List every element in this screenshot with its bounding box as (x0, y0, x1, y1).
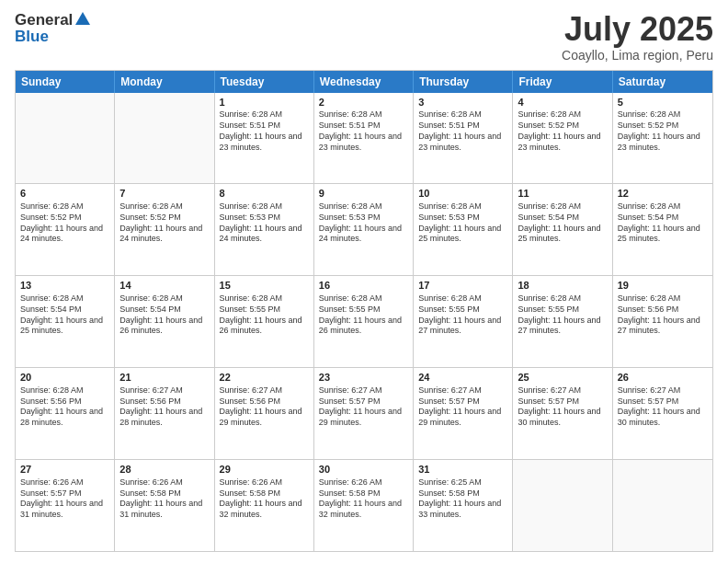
svg-marker-0 (75, 12, 90, 25)
day-number: 2 (319, 96, 408, 109)
calendar-subtitle: Coayllo, Lima region, Peru (562, 48, 713, 63)
cell-sun-info: Sunrise: 6:28 AM Sunset: 5:55 PM Dayligh… (418, 293, 507, 337)
calendar-cell-r1-c2: 8Sunrise: 6:28 AM Sunset: 5:53 PM Daylig… (215, 184, 314, 275)
day-number: 19 (618, 279, 708, 293)
cell-sun-info: Sunrise: 6:26 AM Sunset: 5:58 PM Dayligh… (319, 477, 408, 521)
calendar-title: July 2025 (562, 11, 713, 48)
day-number: 3 (418, 96, 507, 109)
calendar-cell-r4-c6 (613, 460, 712, 551)
cell-sun-info: Sunrise: 6:28 AM Sunset: 5:54 PM Dayligh… (618, 201, 708, 245)
calendar-cell-r2-c1: 14Sunrise: 6:28 AM Sunset: 5:54 PM Dayli… (115, 276, 214, 367)
cell-sun-info: Sunrise: 6:28 AM Sunset: 5:51 PM Dayligh… (220, 109, 309, 153)
calendar-cell-r1-c1: 7Sunrise: 6:28 AM Sunset: 5:52 PM Daylig… (115, 184, 214, 275)
calendar-cell-r0-c0 (16, 93, 115, 184)
day-number: 14 (119, 279, 209, 293)
day-header-friday: Friday (513, 71, 612, 93)
calendar-row-4: 27Sunrise: 6:26 AM Sunset: 5:57 PM Dayli… (16, 460, 712, 551)
cell-sun-info: Sunrise: 6:27 AM Sunset: 5:56 PM Dayligh… (119, 385, 209, 429)
calendar-cell-r4-c0: 27Sunrise: 6:26 AM Sunset: 5:57 PM Dayli… (16, 460, 115, 551)
calendar-cell-r3-c0: 20Sunrise: 6:28 AM Sunset: 5:56 PM Dayli… (16, 368, 115, 459)
calendar-cell-r1-c5: 11Sunrise: 6:28 AM Sunset: 5:54 PM Dayli… (513, 184, 612, 275)
day-number: 27 (20, 463, 109, 477)
calendar-cell-r3-c6: 26Sunrise: 6:27 AM Sunset: 5:57 PM Dayli… (613, 368, 712, 459)
day-number: 6 (20, 187, 109, 201)
day-number: 10 (418, 187, 507, 201)
calendar-cell-r3-c3: 23Sunrise: 6:27 AM Sunset: 5:57 PM Dayli… (314, 368, 414, 459)
day-number: 21 (119, 371, 209, 385)
calendar-cell-r1-c6: 12Sunrise: 6:28 AM Sunset: 5:54 PM Dayli… (613, 184, 712, 275)
cell-sun-info: Sunrise: 6:26 AM Sunset: 5:57 PM Dayligh… (20, 477, 109, 521)
calendar-row-1: 6Sunrise: 6:28 AM Sunset: 5:52 PM Daylig… (16, 184, 712, 276)
calendar-body: 1Sunrise: 6:28 AM Sunset: 5:51 PM Daylig… (16, 93, 712, 551)
cell-sun-info: Sunrise: 6:28 AM Sunset: 5:54 PM Dayligh… (20, 293, 109, 337)
day-number: 20 (20, 371, 109, 385)
cell-sun-info: Sunrise: 6:27 AM Sunset: 5:57 PM Dayligh… (418, 385, 507, 429)
calendar-cell-r3-c2: 22Sunrise: 6:27 AM Sunset: 5:56 PM Dayli… (215, 368, 314, 459)
cell-sun-info: Sunrise: 6:27 AM Sunset: 5:57 PM Dayligh… (319, 385, 408, 429)
calendar-cell-r0-c5: 4Sunrise: 6:28 AM Sunset: 5:52 PM Daylig… (513, 93, 612, 184)
cell-sun-info: Sunrise: 6:28 AM Sunset: 5:55 PM Dayligh… (518, 293, 607, 337)
day-header-sunday: Sunday (16, 71, 115, 93)
cell-sun-info: Sunrise: 6:28 AM Sunset: 5:55 PM Dayligh… (319, 293, 408, 337)
day-number: 30 (319, 463, 408, 477)
day-number: 16 (319, 279, 408, 293)
day-number: 25 (518, 371, 607, 385)
day-header-wednesday: Wednesday (314, 71, 414, 93)
header: General Blue July 2025 Coayllo, Lima reg… (15, 11, 713, 63)
calendar-row-2: 13Sunrise: 6:28 AM Sunset: 5:54 PM Dayli… (16, 276, 712, 368)
day-number: 5 (618, 96, 708, 109)
calendar-row-0: 1Sunrise: 6:28 AM Sunset: 5:51 PM Daylig… (16, 93, 712, 185)
day-number: 28 (119, 463, 209, 477)
calendar-cell-r3-c1: 21Sunrise: 6:27 AM Sunset: 5:56 PM Dayli… (115, 368, 214, 459)
calendar-cell-r1-c3: 9Sunrise: 6:28 AM Sunset: 5:53 PM Daylig… (314, 184, 414, 275)
day-number: 31 (418, 463, 507, 477)
cell-sun-info: Sunrise: 6:28 AM Sunset: 5:55 PM Dayligh… (220, 293, 309, 337)
calendar: Sunday Monday Tuesday Wednesday Thursday… (15, 70, 713, 552)
calendar-cell-r2-c5: 18Sunrise: 6:28 AM Sunset: 5:55 PM Dayli… (513, 276, 612, 367)
cell-sun-info: Sunrise: 6:28 AM Sunset: 5:54 PM Dayligh… (119, 293, 209, 337)
cell-sun-info: Sunrise: 6:28 AM Sunset: 5:52 PM Dayligh… (119, 201, 209, 245)
day-number: 24 (418, 371, 507, 385)
calendar-cell-r0-c4: 3Sunrise: 6:28 AM Sunset: 5:51 PM Daylig… (414, 93, 513, 184)
calendar-cell-r4-c5 (513, 460, 612, 551)
day-number: 7 (119, 187, 209, 201)
calendar-cell-r0-c6: 5Sunrise: 6:28 AM Sunset: 5:52 PM Daylig… (613, 93, 712, 184)
day-number: 8 (220, 187, 309, 201)
cell-sun-info: Sunrise: 6:28 AM Sunset: 5:52 PM Dayligh… (20, 201, 109, 245)
day-number: 26 (618, 371, 708, 385)
day-number: 12 (618, 187, 708, 201)
logo-general-text: General (15, 11, 73, 29)
logo: General Blue (15, 11, 91, 46)
calendar-cell-r0-c2: 1Sunrise: 6:28 AM Sunset: 5:51 PM Daylig… (215, 93, 314, 184)
cell-sun-info: Sunrise: 6:28 AM Sunset: 5:52 PM Dayligh… (618, 109, 708, 153)
day-header-thursday: Thursday (414, 71, 513, 93)
day-number: 23 (319, 371, 408, 385)
calendar-cell-r2-c6: 19Sunrise: 6:28 AM Sunset: 5:56 PM Dayli… (613, 276, 712, 367)
cell-sun-info: Sunrise: 6:26 AM Sunset: 5:58 PM Dayligh… (119, 477, 209, 521)
calendar-cell-r0-c1 (115, 93, 214, 184)
day-number: 22 (220, 371, 309, 385)
calendar-cell-r2-c2: 15Sunrise: 6:28 AM Sunset: 5:55 PM Dayli… (215, 276, 314, 367)
calendar-cell-r0-c3: 2Sunrise: 6:28 AM Sunset: 5:51 PM Daylig… (314, 93, 414, 184)
cell-sun-info: Sunrise: 6:28 AM Sunset: 5:51 PM Dayligh… (319, 109, 408, 153)
day-header-monday: Monday (115, 71, 214, 93)
calendar-cell-r1-c0: 6Sunrise: 6:28 AM Sunset: 5:52 PM Daylig… (16, 184, 115, 275)
calendar-header: Sunday Monday Tuesday Wednesday Thursday… (16, 71, 712, 93)
cell-sun-info: Sunrise: 6:25 AM Sunset: 5:58 PM Dayligh… (418, 477, 507, 521)
cell-sun-info: Sunrise: 6:28 AM Sunset: 5:53 PM Dayligh… (319, 201, 408, 245)
calendar-cell-r1-c4: 10Sunrise: 6:28 AM Sunset: 5:53 PM Dayli… (414, 184, 513, 275)
logo-top: General (15, 11, 91, 29)
cell-sun-info: Sunrise: 6:28 AM Sunset: 5:52 PM Dayligh… (518, 109, 607, 153)
calendar-row-3: 20Sunrise: 6:28 AM Sunset: 5:56 PM Dayli… (16, 368, 712, 460)
cell-sun-info: Sunrise: 6:28 AM Sunset: 5:53 PM Dayligh… (418, 201, 507, 245)
calendar-cell-r2-c3: 16Sunrise: 6:28 AM Sunset: 5:55 PM Dayli… (314, 276, 414, 367)
calendar-cell-r2-c4: 17Sunrise: 6:28 AM Sunset: 5:55 PM Dayli… (414, 276, 513, 367)
day-number: 13 (20, 279, 109, 293)
cell-sun-info: Sunrise: 6:28 AM Sunset: 5:53 PM Dayligh… (220, 201, 309, 245)
title-block: July 2025 Coayllo, Lima region, Peru (562, 11, 713, 63)
calendar-cell-r2-c0: 13Sunrise: 6:28 AM Sunset: 5:54 PM Dayli… (16, 276, 115, 367)
page: General Blue July 2025 Coayllo, Lima reg… (0, 0, 728, 563)
day-number: 15 (220, 279, 309, 293)
day-number: 9 (319, 187, 408, 201)
calendar-cell-r4-c1: 28Sunrise: 6:26 AM Sunset: 5:58 PM Dayli… (115, 460, 214, 551)
